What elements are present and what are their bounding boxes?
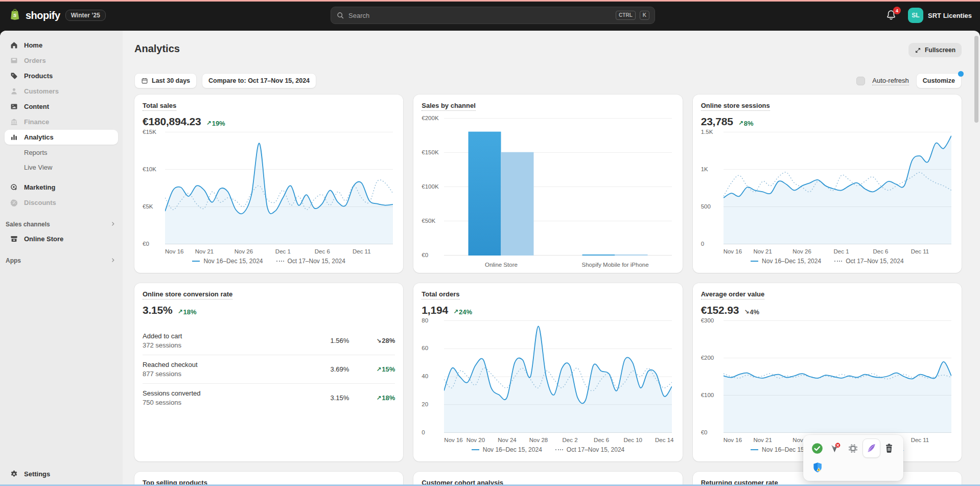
home-icon <box>9 40 19 51</box>
y-tick-label: €0 <box>701 429 708 435</box>
funnel-sessions: 750 sessions <box>143 399 272 406</box>
current-period-marker <box>751 261 758 262</box>
image-icon <box>9 102 19 112</box>
sidebar-item-settings[interactable]: Settings <box>5 467 118 481</box>
sidebar-item-online-store[interactable]: Online Store <box>5 232 118 246</box>
check-status-icon[interactable] <box>808 438 826 458</box>
total-sales-card: Total sales €180,894.23 ↗19% €15K€10K€5K… <box>134 95 403 273</box>
funnel-label: Added to cart <box>143 332 272 340</box>
sales-channels-header[interactable]: Sales channels <box>5 217 118 232</box>
discount-icon <box>9 198 19 208</box>
card-title[interactable]: Average order value <box>701 290 765 299</box>
sales-by-channel-chart: €200K€150K€100K€50K€0Online StoreShopify… <box>422 118 674 268</box>
compare-label: Compare to: Oct 17–Nov 15, 2024 <box>208 77 310 84</box>
security-warning-icon[interactable] <box>808 458 826 477</box>
global-search[interactable]: CTRL K <box>331 7 655 24</box>
main-content: Analytics Fullscreen Last 30 days Compar… <box>123 31 980 486</box>
conversion-delta: ↗18% <box>178 308 197 316</box>
x-tick-label: Dec 1 <box>833 248 849 254</box>
sidebar-item-marketing[interactable]: Marketing <box>5 180 118 195</box>
legend-item: Nov 16–Dec 15, 2024 <box>192 258 263 265</box>
scrollbar-thumb[interactable] <box>974 36 978 123</box>
top-accent-line <box>0 0 980 2</box>
card-title[interactable]: Sales by channel <box>422 102 476 111</box>
sidebar-item-finance[interactable]: Finance <box>5 114 118 129</box>
y-tick-label: 1K <box>701 166 708 172</box>
y-tick-label: 0 <box>422 429 425 435</box>
storefront-icon <box>9 234 19 244</box>
analytics-icon <box>9 132 19 143</box>
current-period-marker <box>192 261 200 262</box>
target-icon <box>9 182 19 193</box>
conversion-value: 3.15% <box>143 304 173 316</box>
error-app-icon[interactable] <box>826 438 844 458</box>
total-sales-delta: ↗19% <box>206 120 225 127</box>
y-tick-label: 80 <box>422 317 428 323</box>
apps-header[interactable]: Apps <box>5 253 118 268</box>
previous-period-marker <box>555 449 563 450</box>
search-input[interactable] <box>348 12 612 19</box>
date-range-label: Last 30 days <box>152 77 190 84</box>
card-title[interactable]: Total sales <box>143 102 176 111</box>
sidebar-item-orders[interactable]: Orders <box>5 53 118 68</box>
card-title[interactable]: Online store conversion rate <box>143 290 232 299</box>
y-tick-label: €100K <box>422 183 438 190</box>
notifications-button[interactable]: 4 <box>885 9 898 21</box>
y-tick-label: €200K <box>422 115 438 121</box>
shopify-logo[interactable]: S shopify <box>8 8 60 23</box>
x-tick-label: Dec 11 <box>353 248 371 254</box>
sidebar-item-label: Marketing <box>24 183 55 191</box>
user-menu[interactable]: SL SRT Licenties <box>908 8 972 23</box>
sidebar-item-customers[interactable]: Customers <box>5 84 118 99</box>
version-badge[interactable]: Winter ’25 <box>65 10 106 21</box>
search-icon <box>336 11 344 19</box>
aov-chart: €300€200€100€0Nov 16Nov 21Nov 26Dec 1Dec… <box>701 320 953 443</box>
kbd-ctrl: CTRL <box>616 11 636 20</box>
page-title: Analytics <box>134 43 180 55</box>
sidebar-item-label: Analytics <box>24 133 54 141</box>
y-tick-label: €0 <box>143 241 149 247</box>
sidebar-item-analytics[interactable]: Analytics <box>5 130 118 145</box>
card-title[interactable]: Online store sessions <box>701 102 770 111</box>
shopify-bag-icon: S <box>8 8 21 23</box>
sidebar-item-label: Finance <box>24 118 49 126</box>
integration-knot-icon[interactable] <box>844 438 862 458</box>
sidebar-item-label: Orders <box>24 57 46 64</box>
sidebar-item-reports[interactable]: Reports <box>5 145 118 160</box>
sidebar-item-live-view[interactable]: Live View <box>5 160 118 175</box>
y-tick-label: €300 <box>701 317 714 323</box>
conversion-rate-card: Online store conversion rate 3.15% ↗18% … <box>134 283 403 461</box>
sidebar-item-discounts[interactable]: Discounts <box>5 195 118 210</box>
fullscreen-label: Fullscreen <box>925 47 955 54</box>
highlighter-pen-icon[interactable] <box>862 438 880 458</box>
date-range-button[interactable]: Last 30 days <box>134 73 197 88</box>
auto-refresh-label[interactable]: Auto-refresh <box>872 77 909 85</box>
chevron-right-icon <box>110 221 116 228</box>
customize-label: Customize <box>923 77 955 84</box>
tag-icon <box>9 71 19 81</box>
x-tick-label: Nov 16 <box>165 248 183 254</box>
funnel-label: Sessions converted <box>143 389 272 397</box>
total-orders-delta: ↗24% <box>453 308 472 316</box>
sidebar-item-home[interactable]: Home <box>5 38 118 53</box>
customer-cohort-analysis-card: Customer cohort analysis <box>413 472 682 486</box>
store-name: SRT Licenties <box>928 12 972 19</box>
kbd-k: K <box>640 11 649 20</box>
compare-to-button[interactable]: Compare to: Oct 17–Nov 15, 2024 <box>202 73 316 88</box>
x-tick-label: Dec 2 <box>563 437 578 443</box>
sidebar-item-products[interactable]: Products <box>5 68 118 83</box>
card-title[interactable]: Total orders <box>422 290 459 299</box>
apps-label: Apps <box>6 257 21 264</box>
auto-refresh-checkbox[interactable] <box>856 77 865 85</box>
fullscreen-button[interactable]: Fullscreen <box>908 43 962 57</box>
trash-icon[interactable] <box>880 438 898 458</box>
customize-button[interactable]: Customize <box>916 73 962 88</box>
y-tick-label: €150K <box>422 149 438 155</box>
x-tick-label: Dec 11 <box>911 248 929 254</box>
x-tick-label: Nov 16 <box>724 437 742 443</box>
sidebar-item-content[interactable]: Content <box>5 99 118 114</box>
x-tick-label: Nov 26 <box>235 248 253 254</box>
funnel-sessions: 877 sessions <box>143 370 272 378</box>
funnel-delta: ↗18% <box>376 394 395 402</box>
sidebar-item-label: Settings <box>24 470 50 478</box>
